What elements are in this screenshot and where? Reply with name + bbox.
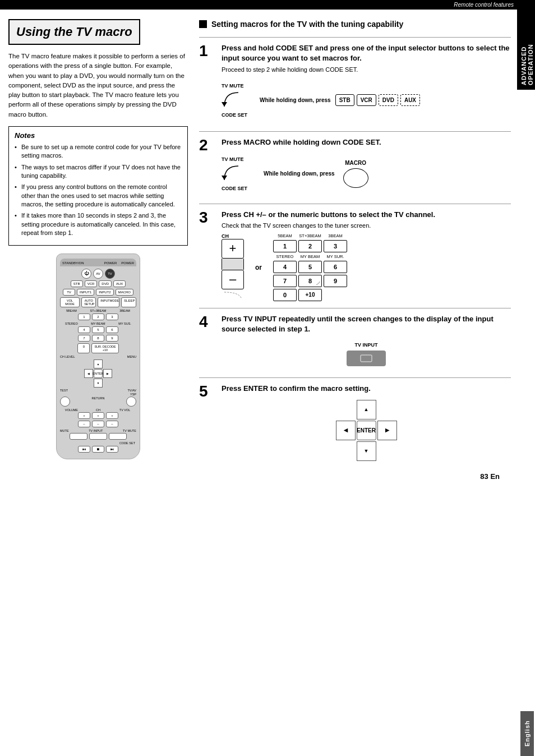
cross-right[interactable]: ▶: [377, 421, 397, 440]
num-cell-3[interactable]: 3: [324, 240, 347, 252]
mute-row: [60, 433, 136, 440]
macro-btn-diag[interactable]: [343, 168, 368, 188]
step-3-diagram: CH + – or 5BEAM: [222, 233, 511, 302]
num-cell-7[interactable]: 7: [273, 275, 297, 287]
num6-btn[interactable]: 6: [106, 326, 118, 333]
input1-btn[interactable]: INPUT1: [77, 289, 94, 296]
section-heading: Setting macros for the TV with the tunin…: [211, 19, 403, 29]
num9-btn[interactable]: 9: [106, 335, 118, 342]
ch-minus-btn[interactable]: –: [222, 270, 244, 289]
step-3-subtext: Check that the TV screen changes to the …: [222, 222, 511, 229]
vol-mode-btn[interactable]: VOL MODE: [60, 297, 80, 307]
av-btn[interactable]: AV: [93, 269, 103, 279]
num2-btn[interactable]: 2: [92, 314, 104, 320]
num1-btn[interactable]: 1: [78, 314, 90, 320]
setup-btn[interactable]: AUTOSETUP: [81, 297, 96, 307]
step-3-content: Press CH +/– or the numeric buttons to s…: [222, 210, 511, 302]
step-2-content: Press MACRO while holding down CODE SET.…: [222, 137, 511, 198]
num-cell-4[interactable]: 4: [273, 261, 297, 273]
step-4: 4 Press TV INPUT repeatedly until the sc…: [199, 314, 511, 372]
step-3-text: Press CH +/– or the numeric buttons to s…: [222, 210, 511, 220]
left-column: Using the TV macro The TV macro feature …: [8, 19, 188, 481]
header-st3beam: ST+3BEAM: [298, 233, 322, 238]
vcr-select-btn[interactable]: VCR: [357, 94, 376, 106]
cross-empty-br: [377, 441, 397, 461]
divider-4: [199, 377, 511, 378]
return-btn[interactable]: [126, 397, 136, 407]
aux-btn[interactable]: AUX: [113, 280, 126, 287]
step2-left: TV MUTE CODE SET: [222, 156, 255, 191]
num-cell-2[interactable]: 2: [298, 240, 322, 252]
input2-btn[interactable]: INPUT2: [96, 289, 113, 296]
nav-right[interactable]: ▶: [103, 369, 112, 378]
svg-marker-1: [222, 176, 227, 180]
tv-input-label-4: TV INPUT: [222, 342, 511, 348]
num7-btn[interactable]: 7: [78, 335, 90, 342]
vcr-btn[interactable]: VCR: [85, 280, 98, 287]
tv-input-small[interactable]: TV: [63, 289, 75, 296]
num-grid: 5BEAM ST+3BEAM 3BEAM 1 2 3 STEREO MY BEA…: [273, 233, 347, 301]
plus10-btn[interactable]: SUR. DECODE+10: [91, 343, 118, 353]
mute-btn[interactable]: [70, 433, 87, 440]
test-btn[interactable]: [60, 397, 70, 407]
nav-down[interactable]: ▼: [94, 379, 103, 388]
tv-btn[interactable]: TV: [105, 269, 115, 279]
aux-select-btn[interactable]: AUX: [400, 94, 420, 106]
num-cell-6[interactable]: 6: [324, 261, 347, 273]
nav-left[interactable]: ◀: [84, 369, 93, 378]
rew-btn[interactable]: ⏮: [78, 446, 90, 453]
divider-2: [199, 204, 511, 204]
ch-plus[interactable]: +: [92, 412, 104, 419]
ch-minus[interactable]: –: [92, 421, 104, 427]
row2-mysur: MY SUR.: [324, 254, 347, 259]
page: Remote control features ADVANCED OPERATI…: [0, 0, 535, 756]
num-cell-0[interactable]: 0: [273, 289, 297, 301]
num-cell-plus10[interactable]: +10: [298, 289, 322, 301]
tv-input-btn-4[interactable]: [347, 351, 386, 366]
cross-enter[interactable]: ENTER: [357, 421, 376, 440]
standby-btn[interactable]: ⏻: [81, 269, 91, 279]
cross-empty-bl: [336, 441, 356, 461]
stb-select-btn[interactable]: STB: [335, 94, 354, 106]
num-cell-8[interactable]: 8: [298, 275, 322, 287]
inputmode-btn[interactable]: INPUTMODE: [98, 297, 119, 307]
right-column: Setting macros for the TV with the tunin…: [199, 19, 511, 481]
divider-0: [199, 37, 511, 38]
note-item: If it takes more than 10 seconds in step…: [15, 211, 182, 237]
ch-arrow: [222, 289, 244, 301]
macro-btn-small[interactable]: MACRO: [116, 289, 133, 296]
num8-btn[interactable]: 8: [92, 335, 104, 342]
tv-mute-bottom[interactable]: [109, 433, 127, 440]
num-cell-9[interactable]: 9: [324, 275, 347, 287]
ch-plus-btn[interactable]: +: [222, 239, 244, 259]
step-3: 3 Press CH +/– or the numeric buttons to…: [199, 210, 511, 302]
nav-up[interactable]: ▲: [94, 359, 103, 368]
vol-minus[interactable]: –: [78, 421, 90, 427]
sleep-btn[interactable]: SLEEP: [121, 297, 136, 307]
enter-btn[interactable]: ENTER: [94, 369, 103, 378]
num4-btn[interactable]: 4: [78, 326, 90, 333]
vol-plus[interactable]: +: [78, 412, 90, 419]
fwd-btn[interactable]: ⏭: [106, 446, 118, 453]
english-tab: English: [520, 711, 534, 756]
cross-left[interactable]: ◀: [336, 421, 356, 440]
cross-down[interactable]: ▼: [357, 441, 376, 461]
step-4-content: Press TV INPUT repeatedly until the scre…: [222, 314, 511, 372]
num-cell-5[interactable]: 5: [298, 261, 322, 273]
dvd-select-btn[interactable]: DVD: [379, 94, 398, 106]
standby-label: STANDBY/ON: [62, 261, 84, 265]
num0-btn[interactable]: 0: [77, 343, 90, 353]
tvvol-plus[interactable]: +: [106, 412, 118, 419]
step-5-diagram: ▲ ◀ ENTER ▶ ▼: [222, 400, 511, 461]
row2-mybeam: MY BEAM: [298, 254, 322, 259]
num3-btn[interactable]: 3: [106, 314, 118, 320]
tvvol-minus[interactable]: –: [106, 421, 118, 427]
num5-btn[interactable]: 5: [92, 326, 104, 333]
dvd-btn[interactable]: DVD: [99, 280, 112, 287]
stop-btn[interactable]: ⏹: [92, 446, 104, 453]
num-cell-1[interactable]: 1: [273, 240, 297, 252]
while-holding-text-2: While holding down, press: [264, 170, 335, 177]
stb-btn[interactable]: STB: [71, 280, 83, 287]
cross-up[interactable]: ▲: [357, 400, 376, 420]
tv-input-bottom[interactable]: [89, 433, 107, 440]
